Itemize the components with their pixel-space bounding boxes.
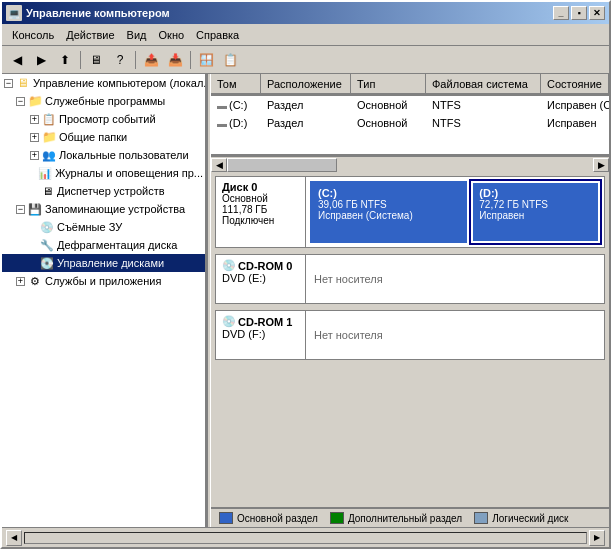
col-header-status[interactable]: Состояние [541, 74, 609, 94]
horizontal-scrollbar[interactable]: ◀ ▶ [211, 156, 609, 172]
restore-button[interactable]: ▪ [571, 6, 587, 20]
disk-0-partitions: (C:) 39,06 ГБ NTFS Исправен (Система) (D… [306, 177, 604, 247]
legend-logical-color [474, 512, 488, 524]
minimize-button[interactable]: _ [553, 6, 569, 20]
expand-events[interactable]: + [30, 115, 39, 124]
icon-storage: 💾 [27, 201, 43, 217]
table-row[interactable]: ▬ (D:) Раздел Основной NTFS Исправен [211, 114, 609, 132]
cell-fs-2: NTFS [426, 116, 541, 130]
partition-d[interactable]: (D:) 72,72 ГБ NTFS Исправен [471, 181, 600, 243]
partition-c-label: (C:) [318, 187, 459, 199]
icon-removable: 💿 [39, 219, 55, 235]
table-row[interactable]: ▬ (C:) Раздел Основной NTFS Исправен (Си… [211, 96, 609, 114]
cell-tom-2: ▬ (D:) [211, 116, 261, 130]
menu-window[interactable]: Окно [153, 27, 191, 43]
window-title: Управление компьютером [26, 7, 553, 19]
icon-events: 📋 [41, 111, 57, 127]
tree-item-events[interactable]: + 📋 Просмотр событий [2, 110, 205, 128]
tree-item-users[interactable]: + 👥 Локальные пользователи [2, 146, 205, 164]
help-button[interactable]: ? [109, 49, 131, 71]
tree-item-diskmgmt[interactable]: 💽 Управление дисками [2, 254, 205, 272]
tree-item-folders[interactable]: + 📁 Общие папки [2, 128, 205, 146]
expand-folders[interactable]: + [30, 133, 39, 142]
tree-item-removable[interactable]: 💿 Съёмные ЗУ [2, 218, 205, 236]
table-header: Том Расположение Тип Файловая система Со… [211, 74, 609, 96]
cdrom-1-block: 💿 CD-ROM 1 DVD (F:) Нет носителя [215, 310, 605, 360]
scroll-right-button[interactable]: ▶ [593, 158, 609, 172]
status-bar: ◀ ▶ [2, 527, 609, 547]
expand-services[interactable]: − [16, 97, 25, 106]
cdrom-0-type: DVD (E:) [222, 272, 299, 284]
cdrom-0-block: 💿 CD-ROM 0 DVD (E:) Нет носителя [215, 254, 605, 304]
cdrom-0-empty: Нет носителя [306, 255, 604, 303]
tree-item-logs[interactable]: 📊 Журналы и оповещения пр... [2, 164, 205, 182]
close-button[interactable]: ✕ [589, 6, 605, 20]
tree-pane[interactable]: − 🖥 Управление компьютером (локал... − 📁… [2, 74, 207, 527]
legend: Основной раздел Дополнительный раздел Ло… [211, 507, 609, 527]
status-scroll-right[interactable]: ▶ [589, 530, 605, 546]
label-svcapps: Службы и приложения [45, 275, 161, 287]
label-defrag: Дефрагментация диска [57, 239, 177, 251]
tree-item-defrag[interactable]: 🔧 Дефрагментация диска [2, 236, 205, 254]
tree-item-root[interactable]: − 🖥 Управление компьютером (локал... [2, 74, 205, 92]
cell-status-1: Исправен (Систе... [541, 98, 609, 112]
disk-icon-2: ▬ [217, 118, 227, 129]
cdrom-1-icon: 💿 [222, 315, 236, 328]
icon-svcapps: ⚙ [27, 273, 43, 289]
partition-c-fs: 39,06 ГБ NTFS [318, 199, 459, 210]
col-header-fs[interactable]: Файловая система [426, 74, 541, 94]
cell-tom-label-2: (D:) [229, 117, 247, 129]
toolbar: ◀ ▶ ⬆ 🖥 ? 📤 📥 🪟 📋 [2, 46, 609, 74]
icon-users: 👥 [41, 147, 57, 163]
menu-help[interactable]: Справка [190, 27, 245, 43]
col-header-tom[interactable]: Том [211, 74, 261, 94]
menu-console[interactable]: Консоль [6, 27, 60, 43]
menu-action[interactable]: Действие [60, 27, 120, 43]
properties-button[interactable]: 📋 [219, 49, 241, 71]
new-window-button[interactable]: 🪟 [195, 49, 217, 71]
cdrom-0-icon: 💿 [222, 259, 236, 272]
icon-root: 🖥 [15, 75, 31, 91]
tree-item-svcapps[interactable]: + ⚙ Службы и приложения [2, 272, 205, 290]
expand-svcapps[interactable]: + [16, 277, 25, 286]
cdrom-1-empty: Нет носителя [306, 311, 604, 359]
menu-view[interactable]: Вид [121, 27, 153, 43]
toolbar-sep2 [135, 51, 136, 69]
col-header-type[interactable]: Тип [351, 74, 426, 94]
cell-type-1: Основной [351, 98, 426, 112]
import-button[interactable]: 📥 [164, 49, 186, 71]
disk-icon-1: ▬ [217, 100, 227, 111]
scroll-thumb[interactable] [227, 158, 337, 172]
cell-tom-1: ▬ (C:) [211, 98, 261, 112]
col-header-location[interactable]: Расположение [261, 74, 351, 94]
scroll-left-button[interactable]: ◀ [211, 158, 227, 172]
label-logs: Журналы и оповещения пр... [55, 167, 203, 179]
show-button[interactable]: 🖥 [85, 49, 107, 71]
up-button[interactable]: ⬆ [54, 49, 76, 71]
scroll-track [227, 158, 593, 172]
expand-root[interactable]: − [4, 79, 13, 88]
forward-button[interactable]: ▶ [30, 49, 52, 71]
partition-c[interactable]: (C:) 39,06 ГБ NTFS Исправен (Система) [310, 181, 467, 243]
cdrom-0-name: CD-ROM 0 [238, 260, 292, 272]
status-scroll-left[interactable]: ◀ [6, 530, 22, 546]
disk-0-status: Подключен [222, 215, 299, 226]
icon-defrag: 🔧 [39, 237, 55, 253]
cdrom-1-status: Нет носителя [314, 329, 383, 341]
label-events: Просмотр событий [59, 113, 156, 125]
status-track [24, 532, 587, 544]
tree-item-services[interactable]: − 📁 Служебные программы [2, 92, 205, 110]
tree-item-devmgr[interactable]: 🖥 Диспетчер устройств [2, 182, 205, 200]
back-button[interactable]: ◀ [6, 49, 28, 71]
right-pane: Том Расположение Тип Файловая система Со… [211, 74, 609, 527]
label-removable: Съёмные ЗУ [57, 221, 122, 233]
export-button[interactable]: 📤 [140, 49, 162, 71]
tree-item-storage[interactable]: − 💾 Запоминающие устройства [2, 200, 205, 218]
expand-storage[interactable]: − [16, 205, 25, 214]
main-window: 💻 Управление компьютером _ ▪ ✕ Консоль Д… [0, 0, 611, 549]
cdrom-0-type-val: DVD [222, 272, 245, 284]
cell-status-2: Исправен [541, 116, 609, 130]
cell-location-2: Раздел [261, 116, 351, 130]
label-storage: Запоминающие устройства [45, 203, 185, 215]
expand-users[interactable]: + [30, 151, 39, 160]
